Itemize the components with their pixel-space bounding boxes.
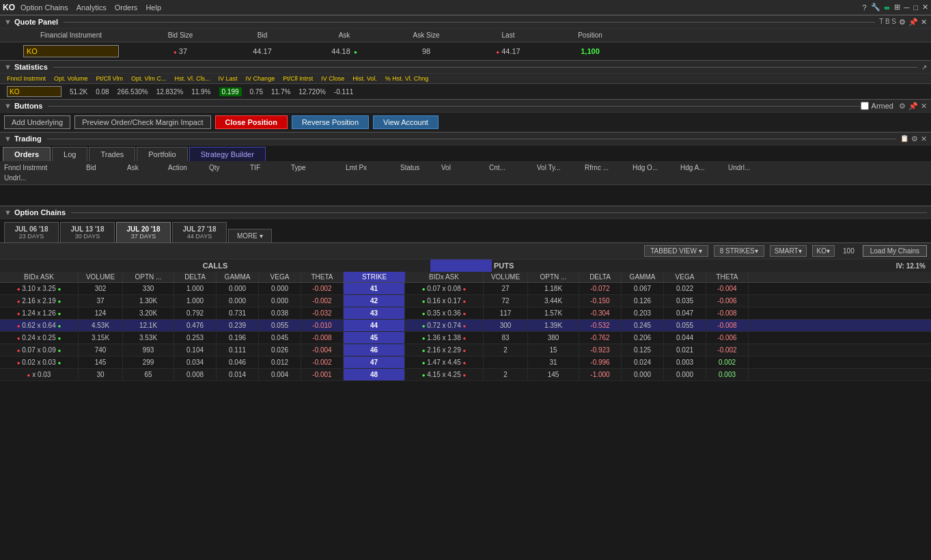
- chain-tab-jul27[interactable]: JUL 27 '18 44 DAYS: [172, 222, 227, 242]
- table-row[interactable]: ● x 0.0330650.0080.0140.004-0.00148● 4.1…: [0, 369, 931, 381]
- view-account-button[interactable]: View Account: [373, 115, 439, 129]
- opt-cell: -0.006: [706, 295, 749, 307]
- quote-last-cell: ● 44.17: [467, 46, 549, 57]
- tab-trades[interactable]: Trades: [89, 147, 135, 161]
- table-row[interactable]: ● 0.02 x 0.03 ●1452990.0340.0460.012-0.0…: [0, 356, 931, 369]
- tools-icon[interactable]: 🔧: [871, 3, 880, 12]
- chain-tab-jul13[interactable]: JUL 13 '18 30 DAYS: [60, 222, 115, 242]
- menu-help[interactable]: Help: [145, 3, 161, 12]
- tab-orders[interactable]: Orders: [3, 147, 51, 161]
- opt-cell: 0.104: [174, 344, 217, 356]
- close-position-button[interactable]: Close Position: [215, 115, 288, 129]
- opt-cell: 0.045: [259, 332, 301, 344]
- strike-label: [430, 260, 492, 272]
- quote-col-ask: Ask: [303, 30, 385, 40]
- close-panel-icon[interactable]: ✕: [921, 18, 927, 27]
- tabbed-view-button[interactable]: TABBED VIEW ▾: [644, 245, 708, 257]
- load-my-chains-button[interactable]: Load My Chains: [863, 245, 927, 257]
- bid-size-value: 37: [179, 47, 187, 55]
- trading-close-icon[interactable]: ✕: [921, 135, 927, 143]
- ch-put-optn: OPTN ...: [528, 272, 579, 282]
- ch-strike: STRIKE: [344, 272, 405, 282]
- strike-cell: 47: [344, 356, 405, 368]
- trading-settings-icon[interactable]: ⚙: [911, 135, 918, 143]
- smart-button[interactable]: SMART▾: [770, 245, 807, 257]
- opt-cell: 0.000: [259, 283, 301, 294]
- menu-analytics[interactable]: Analytics: [77, 3, 107, 12]
- stats-col-hst-vl-chng: % Hst. Vl. Chng: [381, 74, 433, 83]
- chain-tab-more[interactable]: MORE ▾: [228, 229, 272, 242]
- chain-tab-jul20[interactable]: JUL 20 '18 37 DAYS: [116, 222, 171, 242]
- opt-cell: -1.000: [579, 369, 622, 380]
- opt-cell: 37: [79, 295, 123, 307]
- th-ask: Ask: [126, 163, 167, 173]
- grid-icon[interactable]: ⊞: [894, 3, 900, 12]
- stats-col-iv-change: IV Change: [242, 74, 279, 83]
- minimize-icon[interactable]: ─: [904, 3, 910, 12]
- menu-orders[interactable]: Orders: [115, 3, 138, 12]
- close-icon[interactable]: ✕: [922, 3, 928, 12]
- table-row[interactable]: ● 0.62 x 0.64 ●4.53K12.1K0.4760.2390.055…: [0, 320, 931, 332]
- armed-close-icon[interactable]: ✕: [921, 102, 927, 111]
- buttons-title: Buttons: [14, 102, 43, 110]
- ko-button[interactable]: KO▾: [812, 245, 835, 257]
- opt-cell: 0.239: [217, 320, 259, 331]
- pin-icon[interactable]: 📌: [908, 18, 918, 27]
- quote-symbol-cell: KO: [3, 44, 139, 59]
- strike-cell: 41: [344, 283, 405, 294]
- tab-strategy-builder[interactable]: Strategy Builder: [189, 147, 266, 161]
- th-bid: Bid: [85, 163, 126, 173]
- stats-opt-vlm-c-value: 266.530%: [113, 87, 152, 96]
- bidask-cell: ● 0.07 x 0.08 ●: [405, 283, 484, 294]
- maximize-icon[interactable]: □: [913, 3, 918, 12]
- reverse-position-button[interactable]: Reverse Position: [292, 115, 369, 129]
- strikes-button[interactable]: 8 STRIKES▾: [714, 245, 764, 257]
- ch-call-volume: VOLUME: [79, 272, 123, 282]
- menu-option-chains[interactable]: Option Chains: [20, 3, 68, 12]
- quote-col-position: Position: [549, 30, 631, 40]
- opt-cell: 0.002: [706, 356, 749, 368]
- bid-value: 44.17: [253, 47, 272, 55]
- bidask-cell: ● 1.47 x 4.45 ●: [405, 356, 484, 368]
- add-underlying-button[interactable]: Add Underlying: [4, 115, 70, 129]
- opt-cell: -0.762: [579, 332, 622, 344]
- bidask-cell: ● 0.16 x 0.17 ●: [405, 295, 484, 307]
- symbol-input[interactable]: KO: [23, 45, 119, 57]
- tab-log[interactable]: Log: [52, 147, 87, 161]
- puts-label: PUTS IV: 12.1%: [492, 260, 931, 272]
- quote-ask-size-cell: 98: [385, 46, 467, 57]
- opt-cell: 30: [79, 369, 123, 380]
- table-row[interactable]: ● 0.07 x 0.09 ●7409930.1040.1110.026-0.0…: [0, 344, 931, 356]
- armed-pin-icon[interactable]: 📌: [908, 102, 918, 111]
- opt-cell: 0.731: [217, 307, 259, 319]
- quote-panel-title: Quote Panel: [14, 18, 58, 26]
- opt-cell: 0.055: [259, 320, 301, 331]
- armed-settings-icon[interactable]: ⚙: [899, 102, 906, 111]
- tab-portfolio[interactable]: Portfolio: [137, 147, 187, 161]
- ch-call-optn: OPTN ...: [123, 272, 174, 282]
- opt-cell: -0.010: [301, 320, 344, 331]
- opt-cell: -0.923: [579, 344, 622, 356]
- quote-panel-icons: T B S ⚙ 📌 ✕: [879, 18, 927, 27]
- preview-order-button[interactable]: Preview Order/Check Margin Impact: [74, 115, 210, 129]
- ch-put-volume: VOLUME: [484, 272, 528, 282]
- table-row[interactable]: ● 3.10 x 3.25 ●3023301.0000.0000.000-0.0…: [0, 283, 931, 295]
- table-row[interactable]: ● 0.24 x 0.25 ●3.15K3.53K0.2530.1960.045…: [0, 332, 931, 344]
- ch-put-delta: DELTA: [579, 272, 622, 282]
- stats-symbol-input[interactable]: [7, 86, 61, 97]
- bidask-cell: ● 4.15 x 4.25 ●: [405, 369, 484, 380]
- armed-checkbox[interactable]: [861, 102, 869, 110]
- infinity-icon[interactable]: ∞: [885, 3, 890, 12]
- table-row[interactable]: ● 2.16 x 2.19 ●371.30K1.0000.0000.000-0.…: [0, 295, 931, 307]
- last-dot: ●: [496, 49, 499, 55]
- quote-bid-size-cell: ● 37: [139, 46, 221, 57]
- trading-header: ▼ Trading 📋 ⚙ ✕: [0, 132, 931, 145]
- settings-icon[interactable]: ⚙: [899, 18, 906, 27]
- stats-hst-vl-cls-value: 12.832%: [152, 87, 187, 96]
- table-row[interactable]: ● 1.24 x 1.26 ●1243.20K0.7920.7310.038-0…: [0, 307, 931, 320]
- help-icon[interactable]: ?: [863, 3, 867, 12]
- opt-cell: 72: [484, 295, 528, 307]
- opt-cell: -0.008: [706, 307, 749, 319]
- chain-tab-jul06[interactable]: JUL 06 '18 23 DAYS: [4, 222, 59, 242]
- strike-cell: 44: [344, 320, 405, 331]
